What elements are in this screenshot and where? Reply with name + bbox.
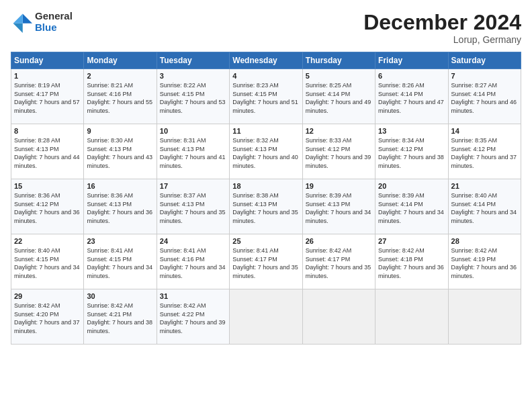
cell-info: Sunrise: 8:42 AMSunset: 4:19 PMDaylight:…: [451, 247, 517, 279]
day-number: 25: [232, 237, 299, 245]
calendar-cell: 3 Sunrise: 8:22 AMSunset: 4:15 PMDayligh…: [157, 69, 229, 124]
calendar-cell: 8 Sunrise: 8:28 AMSunset: 4:13 PMDayligh…: [11, 124, 84, 179]
day-number: 2: [87, 72, 153, 80]
cell-info: Sunrise: 8:19 AMSunset: 4:17 PMDaylight:…: [14, 82, 80, 114]
day-number: 14: [451, 127, 518, 135]
calendar-cell: 5 Sunrise: 8:25 AMSunset: 4:14 PMDayligh…: [302, 69, 375, 124]
calendar-cell: 29 Sunrise: 8:42 AMSunset: 4:20 PMDaylig…: [11, 289, 84, 345]
cell-info: Sunrise: 8:30 AMSunset: 4:13 PMDaylight:…: [87, 137, 152, 169]
calendar-header: Sunday Monday Tuesday Wednesday Thursday…: [11, 52, 521, 69]
day-number: 1: [14, 72, 81, 80]
cell-info: Sunrise: 8:42 AMSunset: 4:17 PMDaylight:…: [306, 247, 371, 279]
day-number: 7: [451, 72, 518, 80]
title-block: December 2024 Lorup, Germany: [363, 11, 521, 45]
calendar-cell: 24 Sunrise: 8:41 AMSunset: 4:16 PMDaylig…: [157, 234, 229, 289]
cell-info: Sunrise: 8:34 AMSunset: 4:12 PMDaylight:…: [378, 137, 444, 169]
calendar-cell: 1 Sunrise: 8:19 AMSunset: 4:17 PMDayligh…: [11, 69, 84, 124]
col-thursday: Thursday: [302, 52, 375, 69]
day-number: 10: [160, 127, 226, 135]
day-number: 19: [306, 182, 372, 190]
day-number: 29: [14, 292, 81, 300]
day-number: 22: [14, 237, 81, 245]
svg-marker-1: [13, 13, 23, 23]
day-number: 31: [160, 292, 226, 300]
calendar-cell: 30 Sunrise: 8:42 AMSunset: 4:21 PMDaylig…: [84, 289, 157, 345]
cell-info: Sunrise: 8:41 AMSunset: 4:17 PMDaylight:…: [232, 247, 298, 279]
calendar-cell: 25 Sunrise: 8:41 AMSunset: 4:17 PMDaylig…: [230, 234, 302, 289]
day-number: 9: [87, 127, 153, 135]
day-number: 11: [232, 127, 299, 135]
day-number: 8: [14, 127, 81, 135]
cell-info: Sunrise: 8:42 AMSunset: 4:22 PMDaylight:…: [160, 302, 226, 334]
day-number: 6: [378, 72, 445, 80]
logo-icon: [11, 11, 32, 33]
cell-info: Sunrise: 8:38 AMSunset: 4:13 PMDaylight:…: [232, 192, 298, 224]
calendar-body: 1 Sunrise: 8:19 AMSunset: 4:17 PMDayligh…: [11, 69, 521, 345]
cell-info: Sunrise: 8:42 AMSunset: 4:18 PMDaylight:…: [378, 247, 444, 279]
calendar-cell: 11 Sunrise: 8:32 AMSunset: 4:13 PMDaylig…: [230, 124, 302, 179]
cell-info: Sunrise: 8:36 AMSunset: 4:12 PMDaylight:…: [14, 192, 80, 224]
calendar-cell: 26 Sunrise: 8:42 AMSunset: 4:17 PMDaylig…: [302, 234, 375, 289]
cell-info: Sunrise: 8:41 AMSunset: 4:16 PMDaylight:…: [160, 247, 226, 279]
logo: General Blue: [11, 11, 73, 33]
day-number: 27: [378, 237, 445, 245]
calendar-cell: [448, 289, 521, 345]
day-number: 26: [306, 237, 372, 245]
day-number: 16: [87, 182, 153, 190]
week-row-3: 15 Sunrise: 8:36 AMSunset: 4:12 PMDaylig…: [11, 179, 521, 234]
col-sunday: Sunday: [11, 52, 84, 69]
logo-general-text: General: [35, 11, 73, 22]
day-number: 3: [160, 72, 226, 80]
calendar-cell: 17 Sunrise: 8:37 AMSunset: 4:13 PMDaylig…: [157, 179, 229, 234]
week-row-5: 29 Sunrise: 8:42 AMSunset: 4:20 PMDaylig…: [11, 289, 521, 345]
day-number: 23: [87, 237, 153, 245]
svg-marker-2: [13, 23, 23, 32]
calendar-cell: [302, 289, 375, 345]
calendar-cell: 16 Sunrise: 8:36 AMSunset: 4:13 PMDaylig…: [84, 179, 157, 234]
logo-text: General Blue: [35, 11, 73, 33]
cell-info: Sunrise: 8:32 AMSunset: 4:13 PMDaylight:…: [232, 137, 298, 169]
week-row-1: 1 Sunrise: 8:19 AMSunset: 4:17 PMDayligh…: [11, 69, 521, 124]
cell-info: Sunrise: 8:21 AMSunset: 4:16 PMDaylight:…: [87, 82, 152, 114]
calendar-cell: 21 Sunrise: 8:40 AMSunset: 4:14 PMDaylig…: [448, 179, 521, 234]
calendar-cell: 23 Sunrise: 8:41 AMSunset: 4:15 PMDaylig…: [84, 234, 157, 289]
cell-info: Sunrise: 8:22 AMSunset: 4:15 PMDaylight:…: [160, 82, 226, 114]
cell-info: Sunrise: 8:37 AMSunset: 4:13 PMDaylight:…: [160, 192, 226, 224]
day-number: 21: [451, 182, 518, 190]
calendar-cell: 20 Sunrise: 8:39 AMSunset: 4:14 PMDaylig…: [375, 179, 448, 234]
day-number: 13: [378, 127, 445, 135]
calendar-table: Sunday Monday Tuesday Wednesday Thursday…: [11, 52, 521, 345]
week-row-4: 22 Sunrise: 8:40 AMSunset: 4:15 PMDaylig…: [11, 234, 521, 289]
calendar-cell: 7 Sunrise: 8:27 AMSunset: 4:14 PMDayligh…: [448, 69, 521, 124]
day-number: 17: [160, 182, 226, 190]
day-number: 28: [451, 237, 518, 245]
cell-info: Sunrise: 8:39 AMSunset: 4:13 PMDaylight:…: [306, 192, 371, 224]
logo-blue-text: Blue: [35, 22, 73, 34]
cell-info: Sunrise: 8:31 AMSunset: 4:13 PMDaylight:…: [160, 137, 226, 169]
col-tuesday: Tuesday: [157, 52, 229, 69]
svg-marker-0: [23, 13, 32, 23]
page: General Blue December 2024 Lorup, German…: [0, 0, 532, 411]
calendar-cell: 19 Sunrise: 8:39 AMSunset: 4:13 PMDaylig…: [302, 179, 375, 234]
calendar-cell: 27 Sunrise: 8:42 AMSunset: 4:18 PMDaylig…: [375, 234, 448, 289]
month-title: December 2024: [363, 11, 521, 34]
calendar-cell: [375, 289, 448, 345]
cell-info: Sunrise: 8:41 AMSunset: 4:15 PMDaylight:…: [87, 247, 152, 279]
day-number: 24: [160, 237, 226, 245]
calendar-cell: 15 Sunrise: 8:36 AMSunset: 4:12 PMDaylig…: [11, 179, 84, 234]
cell-info: Sunrise: 8:25 AMSunset: 4:14 PMDaylight:…: [306, 82, 371, 114]
calendar-cell: 31 Sunrise: 8:42 AMSunset: 4:22 PMDaylig…: [157, 289, 229, 345]
cell-info: Sunrise: 8:26 AMSunset: 4:14 PMDaylight:…: [378, 82, 444, 114]
calendar-cell: 4 Sunrise: 8:23 AMSunset: 4:15 PMDayligh…: [230, 69, 302, 124]
day-number: 20: [378, 182, 445, 190]
cell-info: Sunrise: 8:27 AMSunset: 4:14 PMDaylight:…: [451, 82, 517, 114]
calendar-cell: 13 Sunrise: 8:34 AMSunset: 4:12 PMDaylig…: [375, 124, 448, 179]
calendar-cell: 9 Sunrise: 8:30 AMSunset: 4:13 PMDayligh…: [84, 124, 157, 179]
day-number: 4: [232, 72, 299, 80]
week-row-2: 8 Sunrise: 8:28 AMSunset: 4:13 PMDayligh…: [11, 124, 521, 179]
calendar-cell: 12 Sunrise: 8:33 AMSunset: 4:12 PMDaylig…: [302, 124, 375, 179]
col-saturday: Saturday: [448, 52, 521, 69]
calendar-cell: 28 Sunrise: 8:42 AMSunset: 4:19 PMDaylig…: [448, 234, 521, 289]
calendar-cell: 14 Sunrise: 8:35 AMSunset: 4:12 PMDaylig…: [448, 124, 521, 179]
cell-info: Sunrise: 8:36 AMSunset: 4:13 PMDaylight:…: [87, 192, 152, 224]
